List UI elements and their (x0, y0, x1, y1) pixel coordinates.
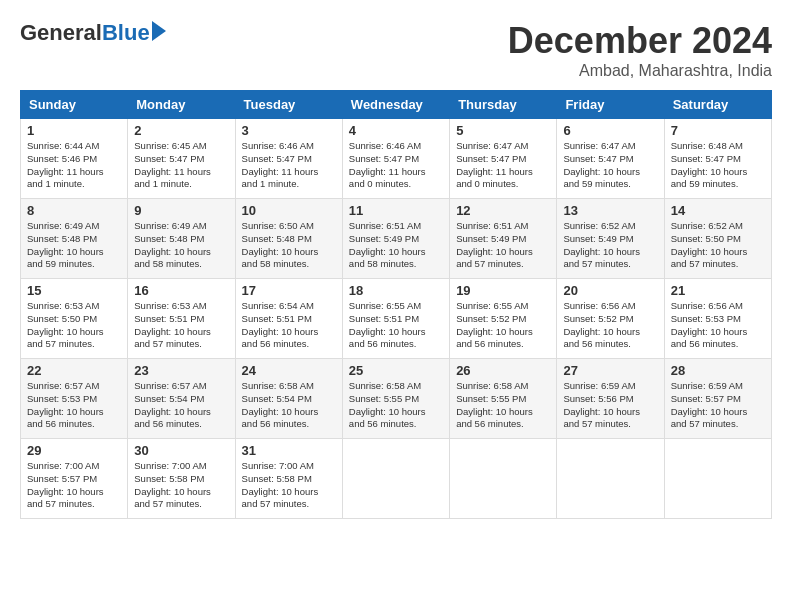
day-info: Sunrise: 6:53 AM Sunset: 5:50 PM Dayligh… (27, 300, 121, 351)
weekday-header-tuesday: Tuesday (235, 91, 342, 119)
day-info: Sunrise: 6:57 AM Sunset: 5:53 PM Dayligh… (27, 380, 121, 431)
day-number: 26 (456, 363, 550, 378)
calendar-cell: 31Sunrise: 7:00 AM Sunset: 5:58 PM Dayli… (235, 439, 342, 519)
calendar-cell: 24Sunrise: 6:58 AM Sunset: 5:54 PM Dayli… (235, 359, 342, 439)
day-number: 8 (27, 203, 121, 218)
logo-general-text: General (20, 20, 102, 46)
day-info: Sunrise: 6:55 AM Sunset: 5:51 PM Dayligh… (349, 300, 443, 351)
calendar-week-row: 29Sunrise: 7:00 AM Sunset: 5:57 PM Dayli… (21, 439, 772, 519)
day-number: 1 (27, 123, 121, 138)
day-number: 3 (242, 123, 336, 138)
day-info: Sunrise: 7:00 AM Sunset: 5:58 PM Dayligh… (242, 460, 336, 511)
day-number: 2 (134, 123, 228, 138)
calendar-cell: 12Sunrise: 6:51 AM Sunset: 5:49 PM Dayli… (450, 199, 557, 279)
day-info: Sunrise: 6:55 AM Sunset: 5:52 PM Dayligh… (456, 300, 550, 351)
day-number: 22 (27, 363, 121, 378)
calendar-cell: 5Sunrise: 6:47 AM Sunset: 5:47 PM Daylig… (450, 119, 557, 199)
day-number: 16 (134, 283, 228, 298)
calendar-cell: 27Sunrise: 6:59 AM Sunset: 5:56 PM Dayli… (557, 359, 664, 439)
day-number: 31 (242, 443, 336, 458)
day-number: 24 (242, 363, 336, 378)
calendar-cell: 23Sunrise: 6:57 AM Sunset: 5:54 PM Dayli… (128, 359, 235, 439)
day-number: 15 (27, 283, 121, 298)
calendar-week-row: 1Sunrise: 6:44 AM Sunset: 5:46 PM Daylig… (21, 119, 772, 199)
day-info: Sunrise: 6:46 AM Sunset: 5:47 PM Dayligh… (349, 140, 443, 191)
calendar-cell: 11Sunrise: 6:51 AM Sunset: 5:49 PM Dayli… (342, 199, 449, 279)
day-info: Sunrise: 6:51 AM Sunset: 5:49 PM Dayligh… (456, 220, 550, 271)
calendar-cell (664, 439, 771, 519)
day-info: Sunrise: 6:59 AM Sunset: 5:57 PM Dayligh… (671, 380, 765, 431)
day-info: Sunrise: 7:00 AM Sunset: 5:58 PM Dayligh… (134, 460, 228, 511)
day-info: Sunrise: 6:49 AM Sunset: 5:48 PM Dayligh… (134, 220, 228, 271)
calendar-cell: 4Sunrise: 6:46 AM Sunset: 5:47 PM Daylig… (342, 119, 449, 199)
calendar-cell: 14Sunrise: 6:52 AM Sunset: 5:50 PM Dayli… (664, 199, 771, 279)
calendar-cell: 21Sunrise: 6:56 AM Sunset: 5:53 PM Dayli… (664, 279, 771, 359)
day-number: 14 (671, 203, 765, 218)
day-number: 4 (349, 123, 443, 138)
calendar-cell: 8Sunrise: 6:49 AM Sunset: 5:48 PM Daylig… (21, 199, 128, 279)
calendar-cell: 2Sunrise: 6:45 AM Sunset: 5:47 PM Daylig… (128, 119, 235, 199)
day-number: 28 (671, 363, 765, 378)
day-info: Sunrise: 6:51 AM Sunset: 5:49 PM Dayligh… (349, 220, 443, 271)
day-number: 18 (349, 283, 443, 298)
day-info: Sunrise: 6:58 AM Sunset: 5:55 PM Dayligh… (349, 380, 443, 431)
calendar-cell (342, 439, 449, 519)
day-info: Sunrise: 6:56 AM Sunset: 5:52 PM Dayligh… (563, 300, 657, 351)
calendar-week-row: 8Sunrise: 6:49 AM Sunset: 5:48 PM Daylig… (21, 199, 772, 279)
calendar-cell: 22Sunrise: 6:57 AM Sunset: 5:53 PM Dayli… (21, 359, 128, 439)
calendar-week-row: 22Sunrise: 6:57 AM Sunset: 5:53 PM Dayli… (21, 359, 772, 439)
weekday-header-thursday: Thursday (450, 91, 557, 119)
day-number: 27 (563, 363, 657, 378)
day-info: Sunrise: 6:58 AM Sunset: 5:54 PM Dayligh… (242, 380, 336, 431)
weekday-header-monday: Monday (128, 91, 235, 119)
day-info: Sunrise: 6:52 AM Sunset: 5:49 PM Dayligh… (563, 220, 657, 271)
day-info: Sunrise: 6:56 AM Sunset: 5:53 PM Dayligh… (671, 300, 765, 351)
day-number: 11 (349, 203, 443, 218)
day-number: 21 (671, 283, 765, 298)
calendar-cell: 17Sunrise: 6:54 AM Sunset: 5:51 PM Dayli… (235, 279, 342, 359)
calendar-cell: 18Sunrise: 6:55 AM Sunset: 5:51 PM Dayli… (342, 279, 449, 359)
calendar-cell: 7Sunrise: 6:48 AM Sunset: 5:47 PM Daylig… (664, 119, 771, 199)
calendar-table: SundayMondayTuesdayWednesdayThursdayFrid… (20, 90, 772, 519)
calendar-cell: 16Sunrise: 6:53 AM Sunset: 5:51 PM Dayli… (128, 279, 235, 359)
day-info: Sunrise: 6:57 AM Sunset: 5:54 PM Dayligh… (134, 380, 228, 431)
day-info: Sunrise: 6:50 AM Sunset: 5:48 PM Dayligh… (242, 220, 336, 271)
calendar-week-row: 15Sunrise: 6:53 AM Sunset: 5:50 PM Dayli… (21, 279, 772, 359)
day-number: 9 (134, 203, 228, 218)
day-info: Sunrise: 6:52 AM Sunset: 5:50 PM Dayligh… (671, 220, 765, 271)
day-number: 20 (563, 283, 657, 298)
day-number: 17 (242, 283, 336, 298)
calendar-cell (557, 439, 664, 519)
calendar-cell: 15Sunrise: 6:53 AM Sunset: 5:50 PM Dayli… (21, 279, 128, 359)
calendar-cell (450, 439, 557, 519)
day-info: Sunrise: 6:48 AM Sunset: 5:47 PM Dayligh… (671, 140, 765, 191)
weekday-header-sunday: Sunday (21, 91, 128, 119)
day-number: 30 (134, 443, 228, 458)
calendar-cell: 29Sunrise: 7:00 AM Sunset: 5:57 PM Dayli… (21, 439, 128, 519)
day-info: Sunrise: 6:49 AM Sunset: 5:48 PM Dayligh… (27, 220, 121, 271)
day-info: Sunrise: 6:47 AM Sunset: 5:47 PM Dayligh… (456, 140, 550, 191)
calendar-cell: 26Sunrise: 6:58 AM Sunset: 5:55 PM Dayli… (450, 359, 557, 439)
page-header: General Blue December 2024 Ambad, Mahara… (20, 20, 772, 80)
day-info: Sunrise: 6:44 AM Sunset: 5:46 PM Dayligh… (27, 140, 121, 191)
weekday-header-row: SundayMondayTuesdayWednesdayThursdayFrid… (21, 91, 772, 119)
title-area: December 2024 Ambad, Maharashtra, India (508, 20, 772, 80)
day-number: 25 (349, 363, 443, 378)
day-info: Sunrise: 6:59 AM Sunset: 5:56 PM Dayligh… (563, 380, 657, 431)
calendar-cell: 1Sunrise: 6:44 AM Sunset: 5:46 PM Daylig… (21, 119, 128, 199)
day-info: Sunrise: 6:53 AM Sunset: 5:51 PM Dayligh… (134, 300, 228, 351)
day-info: Sunrise: 6:54 AM Sunset: 5:51 PM Dayligh… (242, 300, 336, 351)
day-number: 19 (456, 283, 550, 298)
calendar-cell: 3Sunrise: 6:46 AM Sunset: 5:47 PM Daylig… (235, 119, 342, 199)
calendar-cell: 6Sunrise: 6:47 AM Sunset: 5:47 PM Daylig… (557, 119, 664, 199)
location-text: Ambad, Maharashtra, India (508, 62, 772, 80)
logo: General Blue (20, 20, 166, 46)
calendar-cell: 19Sunrise: 6:55 AM Sunset: 5:52 PM Dayli… (450, 279, 557, 359)
day-number: 6 (563, 123, 657, 138)
day-info: Sunrise: 6:46 AM Sunset: 5:47 PM Dayligh… (242, 140, 336, 191)
calendar-cell: 25Sunrise: 6:58 AM Sunset: 5:55 PM Dayli… (342, 359, 449, 439)
calendar-cell: 13Sunrise: 6:52 AM Sunset: 5:49 PM Dayli… (557, 199, 664, 279)
calendar-cell: 10Sunrise: 6:50 AM Sunset: 5:48 PM Dayli… (235, 199, 342, 279)
day-info: Sunrise: 6:58 AM Sunset: 5:55 PM Dayligh… (456, 380, 550, 431)
day-number: 23 (134, 363, 228, 378)
